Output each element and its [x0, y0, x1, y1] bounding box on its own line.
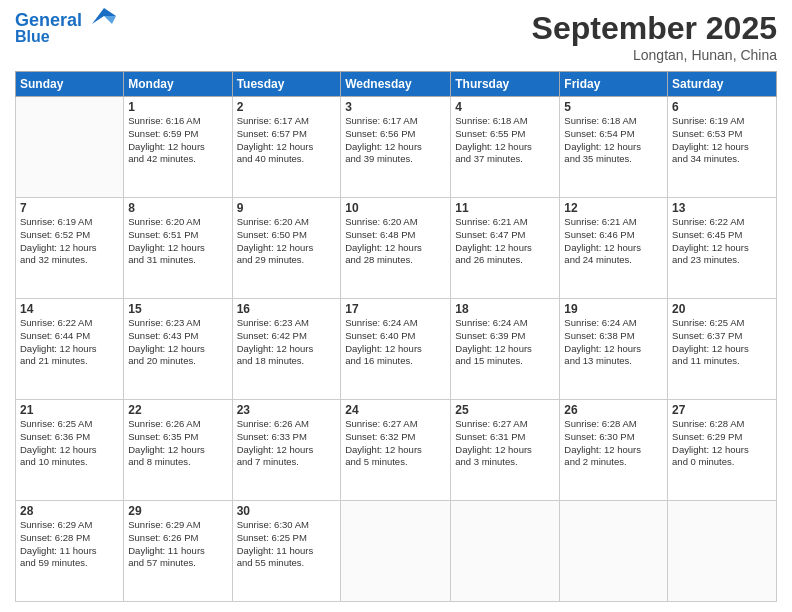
calendar-cell: 23Sunrise: 6:26 AM Sunset: 6:33 PM Dayli… [232, 400, 341, 501]
day-number: 13 [672, 201, 772, 215]
day-number: 5 [564, 100, 663, 114]
calendar-week-row: 14Sunrise: 6:22 AM Sunset: 6:44 PM Dayli… [16, 299, 777, 400]
day-number: 24 [345, 403, 446, 417]
day-number: 14 [20, 302, 119, 316]
day-detail: Sunrise: 6:24 AM Sunset: 6:40 PM Dayligh… [345, 317, 446, 368]
day-number: 27 [672, 403, 772, 417]
calendar-cell: 13Sunrise: 6:22 AM Sunset: 6:45 PM Dayli… [668, 198, 777, 299]
day-detail: Sunrise: 6:26 AM Sunset: 6:33 PM Dayligh… [237, 418, 337, 469]
day-number: 10 [345, 201, 446, 215]
day-number: 6 [672, 100, 772, 114]
calendar-cell: 18Sunrise: 6:24 AM Sunset: 6:39 PM Dayli… [451, 299, 560, 400]
calendar-cell: 28Sunrise: 6:29 AM Sunset: 6:28 PM Dayli… [16, 501, 124, 602]
calendar-week-row: 28Sunrise: 6:29 AM Sunset: 6:28 PM Dayli… [16, 501, 777, 602]
logo-bird-icon [84, 6, 116, 32]
day-detail: Sunrise: 6:21 AM Sunset: 6:47 PM Dayligh… [455, 216, 555, 267]
day-detail: Sunrise: 6:27 AM Sunset: 6:32 PM Dayligh… [345, 418, 446, 469]
day-detail: Sunrise: 6:23 AM Sunset: 6:43 PM Dayligh… [128, 317, 227, 368]
header: General Blue September 2025 Longtan, Hun… [15, 10, 777, 63]
day-detail: Sunrise: 6:28 AM Sunset: 6:29 PM Dayligh… [672, 418, 772, 469]
day-detail: Sunrise: 6:22 AM Sunset: 6:44 PM Dayligh… [20, 317, 119, 368]
day-detail: Sunrise: 6:19 AM Sunset: 6:52 PM Dayligh… [20, 216, 119, 267]
day-number: 3 [345, 100, 446, 114]
day-number: 4 [455, 100, 555, 114]
calendar-cell: 20Sunrise: 6:25 AM Sunset: 6:37 PM Dayli… [668, 299, 777, 400]
title-block: September 2025 Longtan, Hunan, China [532, 10, 777, 63]
day-detail: Sunrise: 6:25 AM Sunset: 6:36 PM Dayligh… [20, 418, 119, 469]
day-number: 9 [237, 201, 337, 215]
day-detail: Sunrise: 6:30 AM Sunset: 6:25 PM Dayligh… [237, 519, 337, 570]
calendar-cell: 14Sunrise: 6:22 AM Sunset: 6:44 PM Dayli… [16, 299, 124, 400]
calendar-cell: 15Sunrise: 6:23 AM Sunset: 6:43 PM Dayli… [124, 299, 232, 400]
calendar-cell [16, 97, 124, 198]
calendar-cell: 2Sunrise: 6:17 AM Sunset: 6:57 PM Daylig… [232, 97, 341, 198]
calendar-cell: 26Sunrise: 6:28 AM Sunset: 6:30 PM Dayli… [560, 400, 668, 501]
calendar-cell: 4Sunrise: 6:18 AM Sunset: 6:55 PM Daylig… [451, 97, 560, 198]
calendar-cell: 27Sunrise: 6:28 AM Sunset: 6:29 PM Dayli… [668, 400, 777, 501]
calendar-cell [451, 501, 560, 602]
day-number: 11 [455, 201, 555, 215]
day-detail: Sunrise: 6:18 AM Sunset: 6:54 PM Dayligh… [564, 115, 663, 166]
weekday-header-row: SundayMondayTuesdayWednesdayThursdayFrid… [16, 72, 777, 97]
day-detail: Sunrise: 6:23 AM Sunset: 6:42 PM Dayligh… [237, 317, 337, 368]
location: Longtan, Hunan, China [532, 47, 777, 63]
weekday-header-tuesday: Tuesday [232, 72, 341, 97]
weekday-header-wednesday: Wednesday [341, 72, 451, 97]
day-detail: Sunrise: 6:16 AM Sunset: 6:59 PM Dayligh… [128, 115, 227, 166]
day-number: 26 [564, 403, 663, 417]
calendar-cell: 16Sunrise: 6:23 AM Sunset: 6:42 PM Dayli… [232, 299, 341, 400]
day-number: 1 [128, 100, 227, 114]
day-detail: Sunrise: 6:21 AM Sunset: 6:46 PM Dayligh… [564, 216, 663, 267]
calendar-cell: 30Sunrise: 6:30 AM Sunset: 6:25 PM Dayli… [232, 501, 341, 602]
calendar-cell: 22Sunrise: 6:26 AM Sunset: 6:35 PM Dayli… [124, 400, 232, 501]
svg-marker-1 [104, 16, 116, 24]
calendar-cell [668, 501, 777, 602]
calendar-page: General Blue September 2025 Longtan, Hun… [0, 0, 792, 612]
calendar-cell: 7Sunrise: 6:19 AM Sunset: 6:52 PM Daylig… [16, 198, 124, 299]
weekday-header-monday: Monday [124, 72, 232, 97]
calendar-week-row: 7Sunrise: 6:19 AM Sunset: 6:52 PM Daylig… [16, 198, 777, 299]
logo-blue-text: Blue [15, 28, 50, 46]
calendar-cell: 19Sunrise: 6:24 AM Sunset: 6:38 PM Dayli… [560, 299, 668, 400]
day-number: 29 [128, 504, 227, 518]
calendar-cell: 25Sunrise: 6:27 AM Sunset: 6:31 PM Dayli… [451, 400, 560, 501]
day-detail: Sunrise: 6:18 AM Sunset: 6:55 PM Dayligh… [455, 115, 555, 166]
day-detail: Sunrise: 6:27 AM Sunset: 6:31 PM Dayligh… [455, 418, 555, 469]
day-detail: Sunrise: 6:24 AM Sunset: 6:39 PM Dayligh… [455, 317, 555, 368]
calendar-cell: 10Sunrise: 6:20 AM Sunset: 6:48 PM Dayli… [341, 198, 451, 299]
calendar-cell: 24Sunrise: 6:27 AM Sunset: 6:32 PM Dayli… [341, 400, 451, 501]
day-number: 28 [20, 504, 119, 518]
day-number: 17 [345, 302, 446, 316]
calendar-cell: 6Sunrise: 6:19 AM Sunset: 6:53 PM Daylig… [668, 97, 777, 198]
day-number: 16 [237, 302, 337, 316]
weekday-header-saturday: Saturday [668, 72, 777, 97]
day-detail: Sunrise: 6:17 AM Sunset: 6:56 PM Dayligh… [345, 115, 446, 166]
month-title: September 2025 [532, 10, 777, 47]
day-number: 21 [20, 403, 119, 417]
day-detail: Sunrise: 6:17 AM Sunset: 6:57 PM Dayligh… [237, 115, 337, 166]
calendar-cell: 3Sunrise: 6:17 AM Sunset: 6:56 PM Daylig… [341, 97, 451, 198]
day-detail: Sunrise: 6:20 AM Sunset: 6:48 PM Dayligh… [345, 216, 446, 267]
weekday-header-friday: Friday [560, 72, 668, 97]
day-detail: Sunrise: 6:22 AM Sunset: 6:45 PM Dayligh… [672, 216, 772, 267]
day-detail: Sunrise: 6:26 AM Sunset: 6:35 PM Dayligh… [128, 418, 227, 469]
day-number: 12 [564, 201, 663, 215]
calendar-week-row: 1Sunrise: 6:16 AM Sunset: 6:59 PM Daylig… [16, 97, 777, 198]
logo: General Blue [15, 10, 116, 46]
calendar-cell: 1Sunrise: 6:16 AM Sunset: 6:59 PM Daylig… [124, 97, 232, 198]
day-number: 18 [455, 302, 555, 316]
calendar-cell: 11Sunrise: 6:21 AM Sunset: 6:47 PM Dayli… [451, 198, 560, 299]
weekday-header-thursday: Thursday [451, 72, 560, 97]
day-detail: Sunrise: 6:20 AM Sunset: 6:50 PM Dayligh… [237, 216, 337, 267]
calendar-table: SundayMondayTuesdayWednesdayThursdayFrid… [15, 71, 777, 602]
day-number: 8 [128, 201, 227, 215]
day-number: 15 [128, 302, 227, 316]
day-number: 19 [564, 302, 663, 316]
day-number: 25 [455, 403, 555, 417]
day-detail: Sunrise: 6:24 AM Sunset: 6:38 PM Dayligh… [564, 317, 663, 368]
day-number: 30 [237, 504, 337, 518]
calendar-cell: 21Sunrise: 6:25 AM Sunset: 6:36 PM Dayli… [16, 400, 124, 501]
day-number: 2 [237, 100, 337, 114]
calendar-cell [560, 501, 668, 602]
day-detail: Sunrise: 6:29 AM Sunset: 6:26 PM Dayligh… [128, 519, 227, 570]
